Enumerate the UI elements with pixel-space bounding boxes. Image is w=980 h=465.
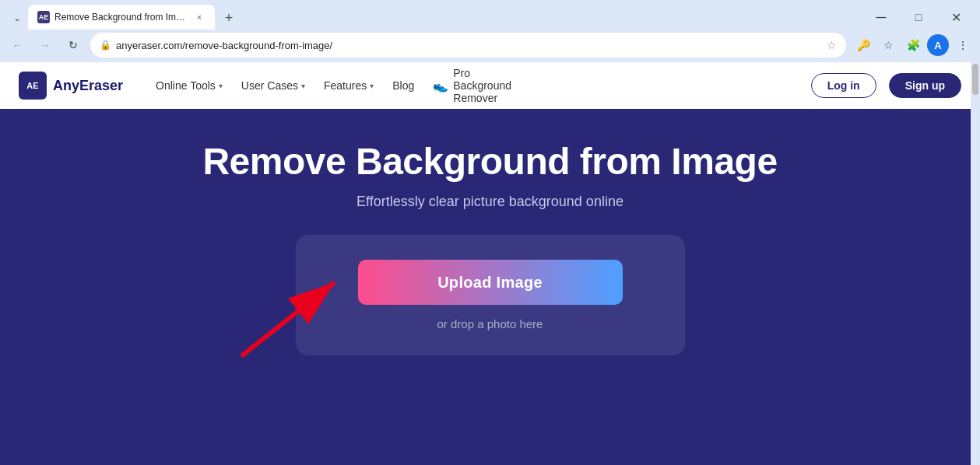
nav-blog[interactable]: Blog: [385, 75, 422, 96]
chevron-icon-3: ▾: [370, 82, 374, 90]
hero-section: Remove Background from Image Effortlessl…: [0, 109, 980, 355]
address-bar-row: ← → ↻ 🔒 anyeraser.com/remove-background-…: [0, 30, 980, 62]
key-button[interactable]: 🔑: [852, 34, 874, 56]
lock-icon: 🔒: [100, 40, 111, 51]
profile-button[interactable]: A: [927, 34, 949, 56]
nav-user-cases[interactable]: User Cases ▾: [234, 75, 313, 96]
upload-image-button[interactable]: Upload Image: [358, 260, 623, 305]
star-icon: ☆: [827, 39, 837, 51]
close-button[interactable]: ✕: [938, 5, 974, 30]
browser-chrome: ⌄ AE Remove Background from Imag... × + …: [0, 0, 980, 62]
upload-box: Upload Image or drop a photo here: [296, 235, 685, 355]
hero-subtitle: Effortlessly clear picture background on…: [357, 194, 623, 210]
chevron-icon-2: ▾: [301, 82, 305, 90]
navbar: AE AnyEraser Online Tools ▾ User Cases ▾…: [0, 62, 980, 109]
logo-box: AE: [19, 72, 47, 100]
brand-name: AnyEraser: [53, 78, 123, 94]
login-button[interactable]: Log in: [811, 73, 876, 98]
minimize-button[interactable]: ─: [863, 5, 899, 30]
maximize-button[interactable]: □: [901, 5, 936, 30]
arrow-indicator: [218, 236, 374, 363]
nav-online-tools[interactable]: Online Tools ▾: [148, 75, 230, 96]
tab-title: Remove Background from Imag...: [54, 12, 188, 23]
nav-features[interactable]: Features ▾: [316, 75, 381, 96]
new-tab-button[interactable]: +: [218, 6, 240, 30]
window-controls: ─ □ ✕: [857, 5, 980, 30]
nav-pro[interactable]: 👟 Pro Background Remover: [425, 62, 519, 109]
logo-area: AE AnyEraser: [19, 72, 123, 100]
empty-tab-area: [240, 5, 857, 30]
tab-bar: ⌄ AE Remove Background from Imag... × + …: [0, 0, 980, 30]
browser-actions: 🔑 ☆ 🧩 A ⋮: [852, 34, 974, 56]
back-button[interactable]: ←: [6, 34, 28, 56]
chevron-icon: ▾: [219, 82, 223, 90]
scrollbar-thumb[interactable]: [972, 64, 978, 95]
tab-favicon: AE: [37, 11, 50, 23]
active-tab[interactable]: AE Remove Background from Imag... ×: [28, 5, 215, 30]
tab-close-icon[interactable]: ×: [193, 11, 205, 23]
svg-line-1: [241, 282, 335, 356]
extension-button[interactable]: 🧩: [902, 34, 924, 56]
address-url: anyeraser.com/remove-background-from-ima…: [116, 40, 822, 51]
signup-button[interactable]: Sign up: [889, 73, 961, 98]
forward-button[interactable]: →: [34, 34, 56, 56]
website: AE AnyEraser Online Tools ▾ User Cases ▾…: [0, 62, 980, 465]
more-button[interactable]: ⋮: [952, 34, 974, 56]
page-scrollbar[interactable]: [971, 62, 980, 465]
star-button[interactable]: ☆: [877, 34, 899, 56]
reload-button[interactable]: ↻: [62, 34, 84, 56]
pro-icon: 👟: [433, 79, 448, 93]
drop-text: or drop a photo here: [437, 317, 543, 330]
nav-links: Online Tools ▾ User Cases ▾ Features ▾ B…: [148, 62, 519, 109]
address-bar[interactable]: 🔒 anyeraser.com/remove-background-from-i…: [90, 33, 846, 58]
red-arrow-svg: [218, 236, 374, 360]
tab-scroll-btn[interactable]: ⌄: [6, 6, 28, 30]
hero-title: Remove Background from Image: [202, 140, 777, 183]
